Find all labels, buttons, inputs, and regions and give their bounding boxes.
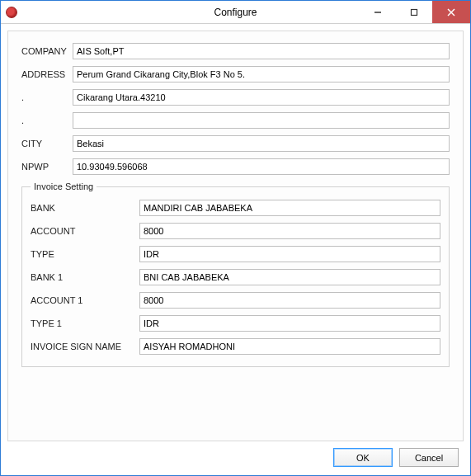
account-input[interactable] xyxy=(139,223,440,239)
type1-input[interactable] xyxy=(139,315,440,332)
city-input[interactable] xyxy=(73,135,450,152)
maximize-button[interactable] xyxy=(396,1,432,23)
invoice-sign-label: INVOICE SIGN NAME xyxy=(31,342,139,351)
company-label: COMPANY xyxy=(21,46,73,56)
app-icon xyxy=(6,7,17,18)
address-input[interactable] xyxy=(73,66,450,82)
city-label: CITY xyxy=(21,139,73,148)
bank-label: BANK xyxy=(31,203,139,213)
titlebar: Configure xyxy=(1,1,470,24)
configure-window: Configure COMPANY ADDRESS . xyxy=(0,0,471,476)
invoice-setting-group: Invoice Setting BANK ACCOUNT TYPE BANK 1 xyxy=(21,181,450,367)
ok-button[interactable]: OK xyxy=(333,448,393,467)
npwp-label: NPWP xyxy=(21,162,73,172)
address2-input[interactable] xyxy=(73,89,450,106)
type-input[interactable] xyxy=(139,246,440,262)
close-button[interactable] xyxy=(432,1,470,23)
svg-rect-1 xyxy=(412,9,417,15)
address3-label: . xyxy=(21,115,73,125)
bank1-label: BANK 1 xyxy=(31,272,139,282)
address-label: ADDRESS xyxy=(21,69,73,79)
window-controls xyxy=(360,1,470,23)
form-panel: COMPANY ADDRESS . . CITY NPWP xyxy=(7,31,464,441)
address3-input[interactable] xyxy=(73,112,450,129)
bank-input[interactable] xyxy=(139,200,440,216)
account1-input[interactable] xyxy=(139,292,440,309)
invoice-sign-input[interactable] xyxy=(139,338,440,355)
type-label: TYPE xyxy=(31,249,139,259)
type1-label: TYPE 1 xyxy=(31,318,139,328)
company-input[interactable] xyxy=(73,43,450,59)
bank1-input[interactable] xyxy=(139,269,440,285)
address2-label: . xyxy=(21,92,73,102)
button-bar: OK Cancel xyxy=(7,441,464,469)
minimize-button[interactable] xyxy=(360,1,396,23)
npwp-input[interactable] xyxy=(73,158,450,175)
account1-label: ACCOUNT 1 xyxy=(31,295,139,305)
account-label: ACCOUNT xyxy=(31,226,139,236)
client-area: COMPANY ADDRESS . . CITY NPWP xyxy=(1,24,470,475)
invoice-legend: Invoice Setting xyxy=(31,181,97,191)
cancel-button[interactable]: Cancel xyxy=(399,448,459,467)
